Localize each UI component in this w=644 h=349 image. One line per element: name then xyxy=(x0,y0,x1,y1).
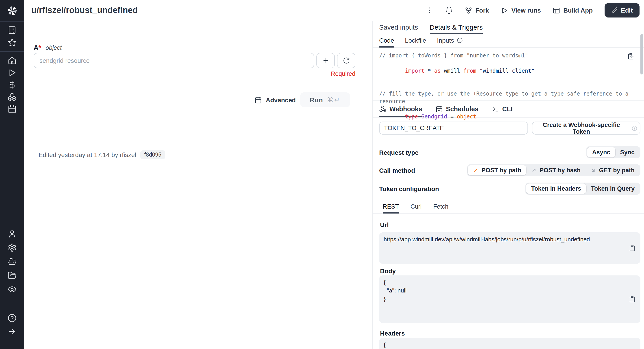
eye-icon xyxy=(8,285,16,294)
arrow-down-right-icon xyxy=(590,167,596,173)
code-keyword: from xyxy=(464,68,476,74)
sidebar-item-help[interactable] xyxy=(0,311,24,325)
fork-button[interactable]: Fork xyxy=(464,7,489,14)
build-app-button[interactable]: Build App xyxy=(552,7,593,14)
calendar-icon xyxy=(254,96,262,103)
sidebar-item-workers[interactable] xyxy=(0,254,24,268)
edited-text: Edited yesterday at 17:14 by rfiszel xyxy=(38,151,136,158)
get-by-path-label: GET by path xyxy=(599,167,634,174)
inputs-label: Inputs xyxy=(437,37,454,44)
pencil-icon xyxy=(611,7,617,14)
kebab-menu-icon xyxy=(425,6,433,14)
windmill-logo[interactable] xyxy=(0,0,24,21)
tab-rest[interactable]: REST xyxy=(383,203,399,213)
code-keyword: import xyxy=(405,68,425,74)
sidebar-item-settings[interactable] xyxy=(0,240,24,254)
sidebar-item-audit-logs[interactable] xyxy=(0,282,24,296)
code-comment: resource xyxy=(379,98,405,105)
token-config-label: Token configuration xyxy=(379,185,439,192)
code-text: * xyxy=(424,68,434,74)
tab-details-triggers[interactable]: Details & Triggers xyxy=(430,23,483,34)
resource-input[interactable] xyxy=(34,53,314,68)
sidebar-item-users[interactable] xyxy=(0,226,24,240)
token-config-toggle: Token in Headers Token in Query xyxy=(525,183,640,195)
tab-code[interactable]: Code xyxy=(379,37,394,48)
post-by-hash-label: POST by hash xyxy=(540,167,580,174)
sidebar-item-favorites[interactable] xyxy=(0,36,24,49)
arrow-right-icon xyxy=(8,327,16,336)
sidebar-item-runs[interactable] xyxy=(0,66,24,79)
copy-body-button[interactable] xyxy=(629,296,636,302)
boxes-icon xyxy=(8,92,16,101)
code-comment: // import { toWords } from "number-to-wo… xyxy=(379,53,528,59)
required-hint: Required xyxy=(24,71,356,77)
toggle-sync[interactable]: Sync xyxy=(615,147,640,157)
windmill-logo-icon xyxy=(6,5,18,16)
run-button[interactable]: Run ⌘↵ xyxy=(300,92,350,107)
toggle-get-by-path[interactable]: GET by path xyxy=(586,165,640,175)
toggle-token-query[interactable]: Token in Query xyxy=(586,183,640,194)
call-method-label: Call method xyxy=(379,167,415,174)
request-type-toggle: Async Sync xyxy=(586,146,640,158)
code-type: Sendgrid xyxy=(421,114,447,120)
tab-curl[interactable]: Curl xyxy=(410,203,422,213)
call-method-row: Call method POST by path POST by hash GE… xyxy=(379,164,640,177)
advanced-button[interactable]: Advanced xyxy=(254,92,296,107)
notifications-button[interactable] xyxy=(445,6,453,14)
headers-label: Headers xyxy=(380,330,640,337)
user-icon xyxy=(8,229,16,238)
run-label: Run xyxy=(310,96,323,104)
scrollbar-thumb[interactable] xyxy=(640,34,643,75)
run-form: A* object Required Advanced Run ⌘↵ Edite… xyxy=(24,21,372,349)
fork-label: Fork xyxy=(475,7,489,14)
toggle-token-headers[interactable]: Token in Headers xyxy=(526,183,586,194)
add-resource-button[interactable] xyxy=(316,53,335,68)
app-window-icon xyxy=(552,7,560,14)
edit-button[interactable]: Edit xyxy=(604,3,640,18)
code-keyword: type xyxy=(405,114,418,120)
url-label: Url xyxy=(380,221,640,228)
clipboard-copy-icon xyxy=(628,53,634,60)
sidebar-item-resources[interactable] xyxy=(0,91,24,103)
code-string: "windmill-client" xyxy=(480,68,535,74)
git-fork-icon xyxy=(464,7,472,14)
advanced-label: Advanced xyxy=(266,96,296,103)
sidebar-item-home[interactable] xyxy=(0,54,24,66)
arrow-up-right-icon xyxy=(473,167,479,173)
tab-inputs[interactable]: Inputs xyxy=(437,37,463,48)
sidebar-item-variables[interactable] xyxy=(0,79,24,91)
view-runs-button[interactable]: View runs xyxy=(500,7,541,14)
code-comment: // fill the type, or use the +Resource t… xyxy=(379,91,628,97)
calendar-icon xyxy=(8,104,16,113)
request-format-tabs: REST Curl Fetch xyxy=(373,203,644,213)
version-badge[interactable]: f8d095 xyxy=(140,150,165,159)
toggle-post-by-hash[interactable]: POST by hash xyxy=(526,165,586,175)
more-menu-button[interactable] xyxy=(425,6,433,14)
sidebar-item-folders[interactable] xyxy=(0,268,24,282)
toggle-post-by-path[interactable]: POST by path xyxy=(468,165,526,175)
sidebar-item-schedules[interactable] xyxy=(0,103,24,115)
field-name: A xyxy=(34,44,38,51)
headers-box: { "Content-Type": "application/json", "A… xyxy=(379,338,640,349)
toggle-async[interactable]: Async xyxy=(587,147,615,157)
panel-tabs: Saved inputs Details & Triggers xyxy=(373,21,644,34)
code-text: wmill xyxy=(441,68,464,74)
refresh-button[interactable] xyxy=(337,53,356,68)
field-label: A* object xyxy=(34,44,62,51)
tab-saved-inputs[interactable]: Saved inputs xyxy=(379,23,418,34)
body-box: { "a": null } xyxy=(379,275,640,323)
request-type-label: Request type xyxy=(379,149,418,156)
sidebar-item-workspace[interactable] xyxy=(0,24,24,36)
arrow-up-right-icon xyxy=(531,167,537,173)
body-label: Body xyxy=(380,267,640,274)
sidebar-expand-button[interactable] xyxy=(0,325,24,338)
bell-icon xyxy=(445,6,453,14)
copy-url-button[interactable] xyxy=(629,245,636,251)
clipboard-icon xyxy=(629,296,636,302)
tab-lockfile[interactable]: Lockfile xyxy=(405,37,426,48)
help-circle-icon xyxy=(8,313,16,322)
play-icon xyxy=(8,68,16,77)
info-icon xyxy=(457,37,463,44)
tab-fetch[interactable]: Fetch xyxy=(433,203,448,213)
copy-code-button[interactable] xyxy=(628,53,634,62)
